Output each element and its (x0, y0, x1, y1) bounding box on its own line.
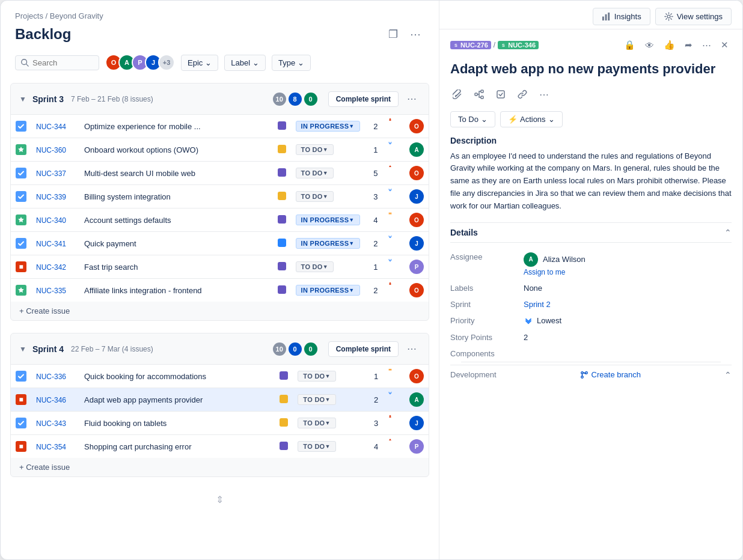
epic-filter-btn[interactable]: Epic ⌄ (181, 55, 218, 71)
more-options-icon[interactable]: ⋯ (406, 24, 424, 44)
issue-status-cell[interactable]: IN PROGRESS ▼ (291, 115, 365, 138)
close-icon[interactable]: ✕ (718, 37, 732, 53)
breadcrumb-project[interactable]: Beyond Gravity (50, 11, 103, 20)
issue-status-cell[interactable]: IN PROGRESS ▼ (291, 208, 365, 232)
table-row[interactable]: ■ NUC-354 Shopping cart purchasing error… (11, 435, 429, 458)
issue-status-cell[interactable]: TO DO ▼ (293, 365, 365, 388)
issue-assignee-cell: A (405, 138, 429, 162)
details-title: Details (450, 228, 478, 237)
more-attach-icon[interactable]: ⋯ (537, 87, 551, 103)
story-icon-small2: S (501, 43, 506, 48)
search-box[interactable] (15, 55, 99, 70)
issue-key-cell[interactable]: NUC-336 (31, 365, 79, 388)
issue-sp-cell: 5 (365, 162, 383, 185)
issue-sp-cell: 4 (365, 435, 383, 458)
issue-key-cell[interactable]: NUC-339 (31, 185, 79, 208)
view-settings-btn[interactable]: View settings (655, 8, 732, 25)
issue-status-cell[interactable]: IN PROGRESS ▼ (291, 232, 365, 255)
type-filter-btn[interactable]: Type ⌄ (272, 55, 311, 71)
table-row[interactable]: NUC-336 Quick booking for accommodations… (11, 365, 429, 388)
link-icon[interactable] (515, 87, 530, 102)
table-row[interactable]: ■ NUC-342 Fast trip search TO DO ▼ 1 P (11, 255, 429, 279)
watch-icon[interactable]: 👁 (642, 37, 657, 53)
issue-status-cell[interactable]: TO DO ▼ (293, 388, 365, 412)
thumbsup-icon[interactable]: 👍 (661, 37, 678, 53)
issue-key-cell[interactable]: NUC-354 (31, 435, 79, 458)
divider-handle[interactable]: ⇕ (10, 489, 429, 510)
attachment-icon[interactable] (450, 87, 465, 102)
issue-key-cell[interactable]: NUC-342 (31, 255, 79, 279)
table-row[interactable]: NUC-341 Quick payment IN PROGRESS ▼ 2 J (11, 232, 429, 255)
lock-icon[interactable]: 🔒 (621, 37, 638, 53)
table-row[interactable]: NUC-343 Fluid booking on tablets TO DO ▼… (11, 412, 429, 435)
actions-btn[interactable]: ⚡ Actions ⌄ (500, 111, 563, 127)
issue-key-cell[interactable]: NUC-360 (31, 138, 79, 162)
detail-more-icon[interactable]: ⋯ (699, 37, 714, 53)
issue-status-cell[interactable]: TO DO ▼ (291, 255, 365, 279)
sprint4-more-btn[interactable]: ⋯ (403, 341, 420, 357)
table-row[interactable]: NUC-360 Onboard workout options (OWO) TO… (11, 138, 429, 162)
issue-assignee-cell: P (405, 255, 429, 279)
details-collapse-btn[interactable]: ⌃ (724, 228, 732, 237)
nuc346-badge[interactable]: S NUC-346 (498, 41, 539, 49)
table-row[interactable]: NUC-335 Affiliate links integration - fr… (11, 279, 429, 302)
issue-status-cell[interactable]: TO DO ▼ (291, 185, 365, 208)
sprint4-complete-btn[interactable]: Complete sprint (328, 341, 399, 357)
priority-lowest-icon (524, 316, 533, 326)
sprint3-more-btn[interactable]: ⋯ (403, 91, 420, 107)
svg-rect-6 (602, 17, 604, 21)
create-branch-btn[interactable]: Create branch (580, 370, 641, 379)
issue-assignee-cell: J (405, 232, 429, 255)
issue-status-cell[interactable]: TO DO ▼ (291, 162, 365, 185)
table-row[interactable]: NUC-340 Account settings defaults IN PRO… (11, 208, 429, 232)
breadcrumb-projects[interactable]: Projects (15, 11, 43, 20)
status-todo-btn[interactable]: To Do ⌄ (450, 111, 495, 127)
sprint-value[interactable]: Sprint 2 (524, 300, 732, 309)
table-row[interactable]: NUC-339 Billing system integration TO DO… (11, 185, 429, 208)
issue-color-cell (275, 388, 293, 412)
issue-key-cell[interactable]: NUC-346 (31, 388, 79, 412)
development-collapse-btn[interactable]: ⌃ (724, 370, 732, 380)
issue-key-cell[interactable]: NUC-344 (31, 115, 79, 138)
svg-rect-2 (388, 213, 391, 213)
share-icon[interactable]: ➦ (682, 37, 696, 53)
sprint4-collapse-icon[interactable]: ▼ (19, 345, 26, 353)
issue-key-cell[interactable]: NUC-340 (31, 208, 79, 232)
issue-key-cell[interactable]: NUC-337 (31, 162, 79, 185)
issue-key-cell[interactable]: NUC-343 (31, 412, 79, 435)
assignee-value: A Aliza Wilson Assign to me (524, 252, 732, 276)
issue-status-cell[interactable]: IN PROGRESS ▼ (291, 279, 365, 302)
issue-summary-cell: Quick payment (79, 232, 273, 255)
issue-status-cell[interactable]: TO DO ▼ (293, 412, 365, 435)
issue-status-cell[interactable]: TO DO ▼ (291, 138, 365, 162)
sprint4-create-issue[interactable]: + Create issue (11, 458, 429, 476)
settings-icon (664, 12, 673, 21)
table-row[interactable]: NUC-344 Optimize experience for mobile .… (11, 115, 429, 138)
issue-color-cell (273, 279, 291, 302)
insights-btn[interactable]: Insights (593, 8, 650, 25)
sprint3-complete-btn[interactable]: Complete sprint (328, 91, 399, 107)
table-row[interactable]: NUC-337 Multi-dest search UI mobile web … (11, 162, 429, 185)
nuc276-badge[interactable]: S NUC-276 (450, 41, 491, 49)
issue-color-cell (275, 412, 293, 435)
assign-me-link[interactable]: Assign to me (524, 268, 732, 276)
expand-icon[interactable]: ❐ (385, 24, 402, 44)
breadcrumb-sep: / (46, 11, 50, 20)
issue-priority-cell (383, 185, 397, 195)
issue-key-cell[interactable]: NUC-341 (31, 232, 79, 255)
svg-point-9 (667, 15, 670, 18)
table-row[interactable]: ■ NUC-346 Adapt web app payments provide… (11, 388, 429, 412)
hierarchy-icon[interactable] (472, 87, 486, 102)
details-header: Details ⌃ (450, 222, 732, 243)
label-filter-btn[interactable]: Label ⌄ (224, 55, 266, 71)
sprint3-create-issue[interactable]: + Create issue (11, 302, 429, 320)
search-input[interactable] (32, 58, 87, 67)
issue-color-cell (275, 435, 293, 458)
issue-key-cell[interactable]: NUC-335 (31, 279, 79, 302)
search-icon (20, 58, 29, 67)
checklist-icon[interactable] (494, 87, 508, 102)
svg-rect-3 (388, 214, 391, 215)
chevron-down-icon: ⌄ (205, 58, 212, 67)
issue-status-cell[interactable]: TO DO ▼ (293, 435, 365, 458)
sprint3-collapse-icon[interactable]: ▼ (19, 95, 26, 103)
